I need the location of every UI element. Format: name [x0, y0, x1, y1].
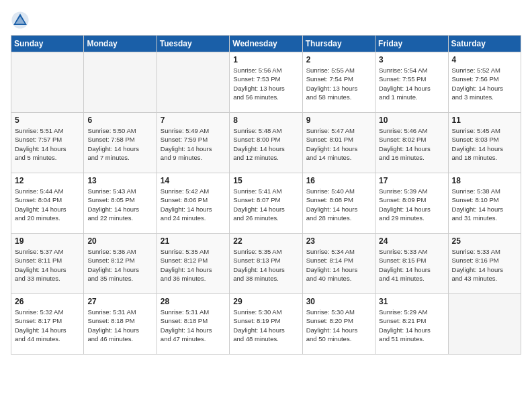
day-number: 20 [87, 236, 152, 246]
day-number: 21 [161, 236, 226, 246]
day-number: 26 [15, 297, 80, 306]
day-info: Sunrise: 5:34 AM Sunset: 8:14 PM Dayligh… [306, 247, 371, 283]
calendar-cell: 2Sunrise: 5:55 AM Sunset: 7:54 PM Daylig… [302, 52, 375, 113]
day-number: 4 [452, 55, 517, 64]
day-info: Sunrise: 5:31 AM Sunset: 8:18 PM Dayligh… [87, 308, 152, 343]
day-info: Sunrise: 5:29 AM Sunset: 8:21 PM Dayligh… [379, 308, 444, 343]
day-number: 7 [161, 116, 226, 125]
day-info: Sunrise: 5:32 AM Sunset: 8:17 PM Dayligh… [15, 308, 80, 343]
day-number: 17 [379, 176, 444, 185]
day-number: 23 [306, 236, 371, 246]
calendar-cell: 3Sunrise: 5:54 AM Sunset: 7:55 PM Daylig… [375, 52, 448, 113]
day-header: Sunday [11, 36, 84, 52]
day-info: Sunrise: 5:37 AM Sunset: 8:11 PM Dayligh… [15, 247, 80, 283]
day-info: Sunrise: 5:31 AM Sunset: 8:18 PM Dayligh… [161, 308, 226, 343]
calendar-cell: 17Sunrise: 5:39 AM Sunset: 8:09 PM Dayli… [375, 173, 448, 234]
day-info: Sunrise: 5:35 AM Sunset: 8:12 PM Dayligh… [161, 247, 226, 283]
day-number: 5 [15, 116, 80, 125]
day-info: Sunrise: 5:55 AM Sunset: 7:54 PM Dayligh… [306, 66, 371, 101]
day-number: 18 [452, 176, 517, 185]
calendar-cell: 15Sunrise: 5:41 AM Sunset: 8:07 PM Dayli… [230, 173, 302, 234]
calendar-table: SundayMondayTuesdayWednesdayThursdayFrid… [11, 35, 521, 355]
calendar-cell [11, 52, 84, 113]
day-number: 3 [379, 55, 444, 64]
calendar-cell: 9Sunrise: 5:47 AM Sunset: 8:01 PM Daylig… [302, 113, 375, 173]
calendar-cell: 30Sunrise: 5:30 AM Sunset: 8:20 PM Dayli… [302, 294, 375, 355]
calendar-cell: 19Sunrise: 5:37 AM Sunset: 8:11 PM Dayli… [11, 234, 84, 294]
day-number: 14 [161, 176, 226, 185]
day-header: Friday [375, 36, 448, 52]
calendar-cell: 23Sunrise: 5:34 AM Sunset: 8:14 PM Dayli… [302, 234, 375, 294]
day-info: Sunrise: 5:51 AM Sunset: 7:57 PM Dayligh… [15, 126, 80, 162]
calendar-cell: 12Sunrise: 5:44 AM Sunset: 8:04 PM Dayli… [11, 173, 84, 234]
logo-icon [11, 11, 30, 30]
day-info: Sunrise: 5:56 AM Sunset: 7:53 PM Dayligh… [233, 66, 298, 101]
calendar-cell: 24Sunrise: 5:33 AM Sunset: 8:15 PM Dayli… [375, 234, 448, 294]
logo [11, 11, 32, 30]
week-row: 19Sunrise: 5:37 AM Sunset: 8:11 PM Dayli… [11, 234, 521, 294]
day-number: 24 [379, 236, 444, 246]
day-info: Sunrise: 5:33 AM Sunset: 8:15 PM Dayligh… [379, 247, 444, 283]
day-number: 6 [87, 116, 152, 125]
day-number: 2 [306, 55, 371, 64]
calendar-cell: 26Sunrise: 5:32 AM Sunset: 8:17 PM Dayli… [11, 294, 84, 355]
calendar-cell: 31Sunrise: 5:29 AM Sunset: 8:21 PM Dayli… [375, 294, 448, 355]
day-header: Tuesday [157, 36, 229, 52]
day-header: Monday [84, 36, 157, 52]
week-row: 5Sunrise: 5:51 AM Sunset: 7:57 PM Daylig… [11, 113, 521, 173]
day-info: Sunrise: 5:35 AM Sunset: 8:13 PM Dayligh… [233, 247, 298, 283]
week-row: 26Sunrise: 5:32 AM Sunset: 8:17 PM Dayli… [11, 294, 521, 355]
day-info: Sunrise: 5:41 AM Sunset: 8:07 PM Dayligh… [233, 187, 298, 222]
day-info: Sunrise: 5:46 AM Sunset: 8:02 PM Dayligh… [379, 126, 444, 162]
day-header: Thursday [302, 36, 375, 52]
calendar-cell: 25Sunrise: 5:33 AM Sunset: 8:16 PM Dayli… [448, 234, 521, 294]
day-number: 27 [87, 297, 152, 306]
calendar-cell: 14Sunrise: 5:42 AM Sunset: 8:06 PM Dayli… [157, 173, 229, 234]
calendar-cell: 11Sunrise: 5:45 AM Sunset: 8:03 PM Dayli… [448, 113, 521, 173]
day-header: Wednesday [230, 36, 302, 52]
calendar-cell: 13Sunrise: 5:43 AM Sunset: 8:05 PM Dayli… [84, 173, 157, 234]
day-number: 28 [161, 297, 226, 306]
calendar-cell: 22Sunrise: 5:35 AM Sunset: 8:13 PM Dayli… [230, 234, 302, 294]
day-info: Sunrise: 5:52 AM Sunset: 7:56 PM Dayligh… [452, 66, 517, 101]
calendar-cell [448, 294, 521, 355]
calendar-cell: 5Sunrise: 5:51 AM Sunset: 7:57 PM Daylig… [11, 113, 84, 173]
day-number: 19 [15, 236, 80, 246]
calendar-cell: 29Sunrise: 5:30 AM Sunset: 8:19 PM Dayli… [230, 294, 302, 355]
day-info: Sunrise: 5:48 AM Sunset: 8:00 PM Dayligh… [233, 126, 298, 162]
day-info: Sunrise: 5:39 AM Sunset: 8:09 PM Dayligh… [379, 187, 444, 222]
calendar-cell: 10Sunrise: 5:46 AM Sunset: 8:02 PM Dayli… [375, 113, 448, 173]
week-row: 1Sunrise: 5:56 AM Sunset: 7:53 PM Daylig… [11, 52, 521, 113]
calendar-header-row: SundayMondayTuesdayWednesdayThursdayFrid… [11, 36, 521, 52]
calendar-cell: 18Sunrise: 5:38 AM Sunset: 8:10 PM Dayli… [448, 173, 521, 234]
day-number: 31 [379, 297, 444, 306]
day-number: 16 [306, 176, 371, 185]
day-info: Sunrise: 5:43 AM Sunset: 8:05 PM Dayligh… [87, 187, 152, 222]
calendar-cell: 4Sunrise: 5:52 AM Sunset: 7:56 PM Daylig… [448, 52, 521, 113]
day-number: 10 [379, 116, 444, 125]
calendar-cell: 1Sunrise: 5:56 AM Sunset: 7:53 PM Daylig… [230, 52, 302, 113]
day-info: Sunrise: 5:30 AM Sunset: 8:19 PM Dayligh… [233, 308, 298, 343]
day-info: Sunrise: 5:50 AM Sunset: 7:58 PM Dayligh… [87, 126, 152, 162]
calendar-cell [157, 52, 229, 113]
calendar-cell [84, 52, 157, 113]
day-info: Sunrise: 5:30 AM Sunset: 8:20 PM Dayligh… [306, 308, 371, 343]
day-info: Sunrise: 5:42 AM Sunset: 8:06 PM Dayligh… [161, 187, 226, 222]
day-number: 11 [452, 116, 517, 125]
calendar-cell: 7Sunrise: 5:49 AM Sunset: 7:59 PM Daylig… [157, 113, 229, 173]
day-info: Sunrise: 5:49 AM Sunset: 7:59 PM Dayligh… [161, 126, 226, 162]
day-number: 22 [233, 236, 298, 246]
calendar-cell: 6Sunrise: 5:50 AM Sunset: 7:58 PM Daylig… [84, 113, 157, 173]
page-header [11, 11, 521, 30]
day-info: Sunrise: 5:33 AM Sunset: 8:16 PM Dayligh… [452, 247, 517, 283]
day-info: Sunrise: 5:54 AM Sunset: 7:55 PM Dayligh… [379, 66, 444, 101]
day-number: 1 [233, 55, 298, 64]
day-number: 9 [306, 116, 371, 125]
day-info: Sunrise: 5:40 AM Sunset: 8:08 PM Dayligh… [306, 187, 371, 222]
calendar-cell: 16Sunrise: 5:40 AM Sunset: 8:08 PM Dayli… [302, 173, 375, 234]
week-row: 12Sunrise: 5:44 AM Sunset: 8:04 PM Dayli… [11, 173, 521, 234]
day-header: Saturday [448, 36, 521, 52]
calendar-cell: 20Sunrise: 5:36 AM Sunset: 8:12 PM Dayli… [84, 234, 157, 294]
calendar-cell: 27Sunrise: 5:31 AM Sunset: 8:18 PM Dayli… [84, 294, 157, 355]
calendar-cell: 21Sunrise: 5:35 AM Sunset: 8:12 PM Dayli… [157, 234, 229, 294]
